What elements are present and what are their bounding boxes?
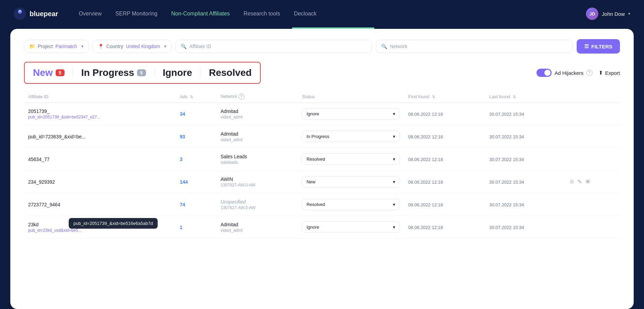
toggle-track[interactable] — [536, 69, 552, 77]
chevron-down-icon: ▾ — [393, 202, 395, 207]
first-found-cell: 08.06.2022 12:18 — [404, 216, 485, 239]
sort-icon: ⇅ — [513, 95, 516, 99]
chevron-down-icon: ▾ — [393, 111, 395, 116]
network-input[interactable]: 🔍 Network — [376, 40, 573, 53]
export-button[interactable]: ⬆ Export — [599, 70, 620, 76]
status-select[interactable]: New ▾ — [302, 176, 400, 187]
tab-in-progress[interactable]: In Progress 5 — [81, 67, 146, 78]
last-found-date: 30.07.2022 15:34 — [489, 112, 524, 117]
first-found-cell: 08.06.2022 12:18 — [404, 148, 485, 171]
status-select[interactable]: Resolved ▾ — [302, 199, 400, 210]
last-found-date: 30.07.2022 15:34 — [489, 202, 524, 207]
tabs-right: Ad Hijackers ? ⬆ Export — [536, 69, 620, 77]
active-tab-indicator — [292, 27, 374, 29]
affiliate-id: 234_929392 — [28, 179, 171, 185]
ads-count-cell: 93 — [176, 125, 216, 148]
status-value: Ignore — [306, 111, 319, 116]
last-found-date: 30.07.2022 15:34 — [489, 157, 524, 162]
nav-decloack[interactable]: Decloack — [294, 11, 317, 17]
ads-count-cell: 1 — [176, 216, 216, 239]
tab-ignore-label: Ignore — [163, 67, 192, 78]
table-row: 2723772_946474Unspecified1307627-AW.0-AW… — [24, 193, 620, 216]
ads-count[interactable]: 93 — [180, 134, 185, 139]
tab-ignore[interactable]: Ignore — [163, 67, 192, 78]
ads-count-cell: 34 — [176, 103, 216, 125]
toggle-thumb — [544, 70, 551, 76]
network-help-icon[interactable]: ? — [238, 93, 245, 100]
network-cell: Admitadvidaxl_admt — [216, 103, 298, 125]
status-select[interactable]: Ignore ▾ — [302, 221, 400, 233]
tab-divider — [154, 68, 155, 78]
row-actions: ⎘ ✎ 👁 — [570, 179, 616, 185]
search-icon: 🔍 — [381, 44, 387, 49]
ads-count[interactable]: 34 — [180, 111, 185, 117]
network-id: vidaxl_admt — [221, 137, 294, 142]
ad-hijackers-toggle[interactable]: Ad Hijackers ? — [536, 69, 592, 77]
col-header-last-found: Last found ⇅ — [485, 91, 566, 103]
sort-icon: ⇅ — [190, 95, 193, 99]
tab-resolved[interactable]: Resolved — [209, 67, 252, 78]
country-filter[interactable]: 📍 Country United Kingdom ▾ — [93, 40, 172, 53]
first-found-cell: 08.06.2022 12:18 — [404, 125, 485, 148]
nav-serp-monitoring[interactable]: SERP Monitoring — [115, 11, 157, 17]
table-row: 2051739_pub_id=2051739_&xid=be52347_e27.… — [24, 103, 620, 125]
affiliate-id-cell: 234_929392 — [24, 171, 176, 193]
nav-research-tools[interactable]: Research tools — [244, 11, 280, 17]
network-cell: Admitadvidaxl_admt — [216, 125, 298, 148]
affiliate-id: 2051739_ — [28, 108, 171, 114]
status-cell[interactable]: Resolved ▾ — [298, 148, 404, 171]
status-cell[interactable]: New ▾ — [298, 171, 404, 193]
ads-count[interactable]: 144 — [180, 179, 188, 185]
search-icon: 🔍 — [181, 44, 187, 49]
nav-non-compliant[interactable]: Non-Compliant Affiliates — [171, 11, 229, 17]
tooltip-text: pub_id=2051739_&xid=be516e6a5ab7d — [74, 221, 153, 226]
table-header-row: Affiliate ID Ads ⇅ Network ? Status Firs — [24, 91, 620, 103]
tabs-row: New 5 In Progress 5 Ignore Resolved — [24, 62, 620, 84]
ads-count[interactable]: 3 — [180, 157, 182, 162]
status-cell[interactable]: Resolved ▾ — [298, 193, 404, 216]
status-select[interactable]: In Progress ▾ — [302, 131, 400, 142]
status-cell[interactable]: Ignore ▾ — [298, 103, 404, 125]
affiliate-id-cell: pub_id=723639_&xid=be... — [24, 125, 176, 148]
chevron-down-icon: ▾ — [628, 11, 630, 16]
status-select[interactable]: Ignore ▾ — [302, 108, 400, 119]
network-id: 1307627-AW.0-AW — [221, 205, 294, 210]
edit-icon[interactable]: ✎ — [577, 179, 582, 185]
logo[interactable]: bluepear — [14, 8, 58, 20]
location-icon: 📍 — [98, 44, 104, 49]
col-header-first-found: First found ⇅ — [404, 91, 485, 103]
affiliate-sub[interactable]: pub_id=2051739_&xid=be52347_e27... — [28, 115, 171, 119]
nav-overview[interactable]: Overview — [79, 11, 102, 17]
tab-divider — [73, 68, 73, 78]
filters-button[interactable]: ☰ FILTERS — [577, 39, 620, 54]
col-header-affiliate-id: Affiliate ID — [24, 91, 176, 103]
tab-new[interactable]: New 5 — [33, 67, 65, 78]
ads-count[interactable]: 1 — [180, 225, 182, 230]
status-value: Resolved — [306, 202, 325, 207]
chevron-down-icon: ▾ — [393, 179, 395, 184]
network-id: 1307627-AW.0-AW — [221, 183, 294, 187]
status-select[interactable]: Resolved ▾ — [302, 153, 400, 165]
affiliate-id-input[interactable]: 🔍 Affiliate ID — [176, 40, 372, 53]
chevron-down-icon: ▾ — [164, 44, 166, 49]
actions-cell — [566, 148, 620, 171]
ads-count-cell: 144 — [176, 171, 216, 193]
status-value: New — [306, 179, 315, 184]
data-table: Affiliate ID Ads ⇅ Network ? Status Firs — [24, 91, 620, 239]
status-cell[interactable]: Ignore ▾ — [298, 216, 404, 239]
status-cell[interactable]: In Progress ▾ — [298, 125, 404, 148]
country-label: Country — [106, 44, 123, 49]
table-row: 45634_773Sales Leadssaleleads Resolved ▾… — [24, 148, 620, 171]
last-found-cell: 30.07.2022 15:34 — [485, 171, 566, 193]
copy-icon[interactable]: ⎘ — [570, 179, 574, 185]
ads-count[interactable]: 74 — [180, 202, 185, 207]
affiliate-id-cell: 45634_77 — [24, 148, 176, 171]
last-found-cell: 30.07.2022 15:34 — [485, 148, 566, 171]
user-menu[interactable]: JD John Dow ▾ — [586, 8, 630, 20]
last-found-cell: 30.07.2022 15:34 — [485, 103, 566, 125]
hide-icon[interactable]: 👁 — [585, 179, 591, 185]
network-placeholder: Network — [390, 44, 407, 49]
project-filter[interactable]: 📁 Project Parimatch ▾ — [24, 40, 89, 53]
help-icon[interactable]: ? — [586, 70, 592, 76]
filter-icon: ☰ — [584, 43, 589, 49]
